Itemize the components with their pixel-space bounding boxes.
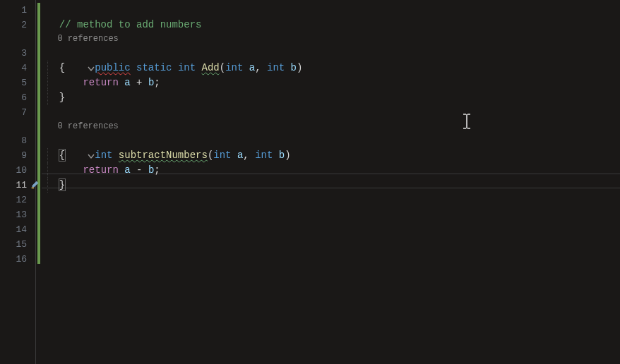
brace-open-matched: { bbox=[59, 150, 65, 161]
line-number[interactable]: 2 bbox=[0, 18, 35, 32]
code-line[interactable] bbox=[42, 237, 620, 252]
code-line[interactable] bbox=[42, 193, 620, 207]
code-line[interactable] bbox=[42, 252, 620, 267]
line-number[interactable]: 10 bbox=[0, 163, 35, 178]
code-line[interactable] bbox=[42, 207, 620, 222]
code-line[interactable]: int subtractNumbers(int a, int b) bbox=[42, 133, 620, 148]
line-number[interactable]: 14 bbox=[0, 222, 35, 237]
code-line[interactable]: return a - b; bbox=[42, 163, 620, 178]
line-number[interactable]: 12 bbox=[0, 193, 35, 207]
line-number[interactable]: 13 bbox=[0, 207, 35, 222]
line-number[interactable]: 6 bbox=[0, 90, 35, 105]
keyword-return: return bbox=[83, 77, 118, 88]
text-cursor bbox=[65, 179, 66, 191]
change-indicator bbox=[37, 3, 40, 264]
code-editor[interactable]: 1 2 3 4 5 6 7 8 9 10 11 12 13 14 15 16 bbox=[0, 0, 620, 364]
code-line[interactable]: // method to add numbers bbox=[42, 18, 620, 32]
chevron-down-icon[interactable] bbox=[40, 49, 47, 57]
code-line[interactable]: return a + b; bbox=[42, 75, 620, 90]
codelens-references[interactable]: 0 references bbox=[42, 120, 620, 133]
chevron-down-icon[interactable] bbox=[40, 136, 47, 145]
code-line[interactable] bbox=[42, 105, 620, 120]
code-line[interactable] bbox=[42, 222, 620, 237]
code-line[interactable]: public static int Add(int a, int b) bbox=[42, 46, 620, 61]
line-number[interactable]: 7 bbox=[0, 105, 35, 120]
comment-text: // method to add numbers bbox=[59, 19, 202, 30]
code-line[interactable]: } bbox=[42, 90, 620, 105]
line-number[interactable]: 16 bbox=[0, 252, 35, 267]
line-number[interactable]: 9 bbox=[0, 148, 35, 163]
line-number-active[interactable]: 11 bbox=[0, 178, 35, 193]
line-number[interactable]: 5 bbox=[0, 75, 35, 90]
line-number-gutter[interactable]: 1 2 3 4 5 6 7 8 9 10 11 12 13 14 15 16 bbox=[0, 0, 35, 364]
brush-icon[interactable] bbox=[30, 180, 40, 190]
line-number[interactable]: 1 bbox=[0, 3, 35, 18]
code-line-active[interactable]: } bbox=[42, 178, 620, 193]
brace-close-matched: } bbox=[59, 179, 65, 190]
code-line[interactable] bbox=[42, 3, 620, 18]
keyword-return: return bbox=[83, 164, 118, 176]
line-number[interactable]: 3 bbox=[0, 46, 35, 61]
code-line[interactable]: { bbox=[42, 61, 620, 75]
line-number[interactable]: 8 bbox=[0, 133, 35, 148]
codelens-references[interactable]: 0 references bbox=[42, 32, 620, 46]
code-area[interactable]: // method to add numbers 0 references pu… bbox=[42, 0, 620, 364]
code-line[interactable]: { bbox=[42, 148, 620, 163]
svg-rect-0 bbox=[32, 188, 35, 189]
line-number[interactable]: 4 bbox=[0, 61, 35, 75]
line-number[interactable]: 15 bbox=[0, 237, 35, 252]
